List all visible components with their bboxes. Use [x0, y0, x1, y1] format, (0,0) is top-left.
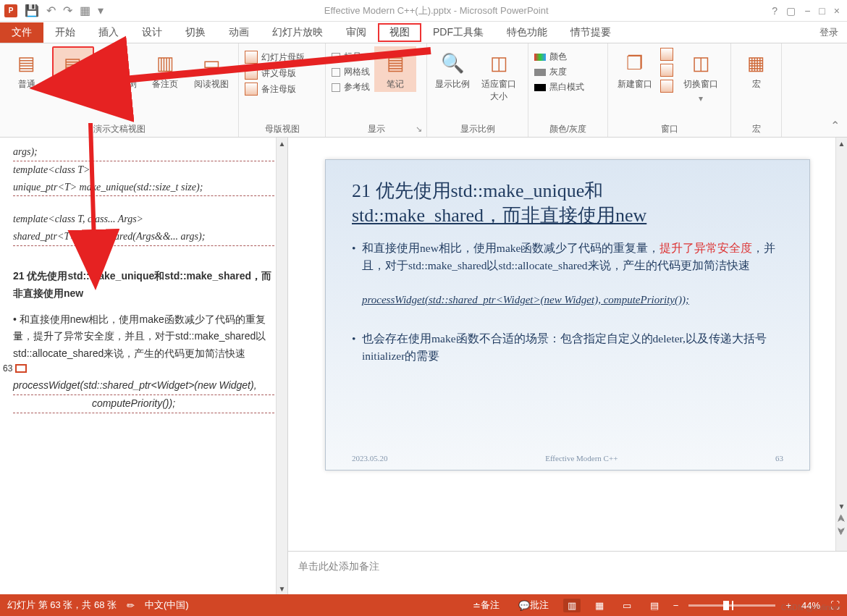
tab-insert[interactable]: 插入: [87, 23, 130, 42]
status-bar: 幻灯片 第 63 张，共 68 张 ✏ 中文(中国) ≐ 备注 💬 批注 ▥ ▦…: [0, 594, 847, 616]
quick-access-toolbar: P 💾 ↶ ↷ ▦ ▾: [0, 4, 108, 17]
color-button[interactable]: 颜色: [534, 51, 584, 63]
notes-master-button[interactable]: 备注母版: [245, 83, 305, 96]
qat-menu-icon[interactable]: ▾: [98, 4, 104, 17]
tab-transition[interactable]: 切换: [174, 23, 217, 42]
undo-icon[interactable]: ↶: [46, 4, 56, 17]
ribbon: ▤普通 ▤大纲视图 ▦幻灯片浏览 ▥备注页 ▭阅读视图 演示文稿视图 幻灯片母版…: [0, 43, 847, 138]
slideshow-view-icon[interactable]: ▤: [646, 599, 663, 612]
tab-file[interactable]: 文件: [0, 22, 43, 43]
outline-code: computePriority());: [13, 395, 274, 413]
arrange-all-icon[interactable]: [660, 48, 673, 61]
slide-bullet-1: 和直接使用new相比，使用make函数减少了代码的重复量，提升了异常安全度，并且…: [352, 240, 783, 274]
help-icon[interactable]: ?: [772, 5, 778, 17]
slide-counter: 幻灯片 第 63 张，共 68 张: [7, 599, 117, 612]
notes-toggle[interactable]: ≐ 备注: [468, 597, 504, 613]
outline-text: args);: [13, 143, 274, 161]
tab-featured[interactable]: 特色功能: [495, 23, 559, 42]
language-indicator[interactable]: 中文(中国): [145, 599, 189, 612]
spellcheck-icon[interactable]: ✏: [127, 600, 135, 611]
redo-icon[interactable]: ↷: [63, 4, 72, 17]
outline-scrollbar[interactable]: ▲ ▼: [276, 138, 287, 594]
outline-text: unique_ptr<T> make_unique(std::size_t si…: [13, 179, 274, 197]
handout-master-button[interactable]: 讲义母版: [245, 67, 305, 80]
ruler-checkbox[interactable]: 标尺: [332, 51, 370, 63]
login-link[interactable]: 登录: [819, 26, 847, 39]
group-color-grayscale: 颜色 灰度 黑白模式 颜色/灰度: [528, 43, 608, 137]
zoom-slider[interactable]: [688, 604, 775, 607]
slide-title: 21 优先使用std::make_unique和 std::make_share…: [352, 179, 783, 228]
tab-design[interactable]: 设计: [130, 23, 174, 42]
outline-pane[interactable]: args); template<class T> unique_ptr<T> m…: [0, 138, 288, 594]
new-window-button[interactable]: ❐新建窗口: [614, 46, 656, 92]
zoom-button[interactable]: 🔍显示比例: [433, 46, 471, 92]
group-label-master: 母版视图: [245, 120, 319, 135]
slide-code: processWidget(std::shared_ptr<Widget>(ne…: [352, 292, 783, 308]
slide-scrollbar[interactable]: ▲ ▼ ⮝ ⮟: [835, 138, 847, 551]
title-bar: P 💾 ↶ ↷ ▦ ▾ Effective Modern C++(上).pptx…: [0, 0, 847, 22]
grayscale-button[interactable]: 灰度: [534, 66, 584, 78]
gridlines-checkbox[interactable]: 网格线: [332, 66, 370, 78]
next-slide-icon[interactable]: ⮟: [837, 526, 846, 536]
outline-code: processWidget(std::shared_ptr<Widget>(ne…: [13, 377, 274, 395]
normal-view-icon[interactable]: ▥: [563, 599, 581, 612]
outline-bullet: • 和直接使用new相比，使用make函数减少了代码的重复量，提升了异常安全度，…: [13, 311, 274, 363]
slide-area: 21 优先使用std::make_unique和 std::make_share…: [288, 138, 847, 594]
tab-review[interactable]: 审阅: [334, 23, 378, 42]
group-label-zoom: 显示比例: [433, 120, 522, 135]
slideshow-icon[interactable]: ▦: [80, 4, 90, 17]
tab-animation[interactable]: 动画: [217, 23, 261, 42]
slide-bullet-2: 也会存在使用make函数不合适的场景：包含指定自定义的deleter,以及传递大…: [352, 330, 783, 365]
ribbon-options-icon[interactable]: ▢: [786, 5, 796, 17]
guides-checkbox[interactable]: 参考线: [332, 81, 370, 93]
comments-toggle[interactable]: 💬 批注: [514, 597, 553, 613]
slide-sorter-button[interactable]: ▦幻灯片浏览: [98, 46, 140, 104]
macros-button[interactable]: ▦宏: [737, 46, 775, 92]
close-icon[interactable]: ×: [834, 5, 840, 17]
scroll-down-icon[interactable]: ▼: [836, 500, 847, 512]
reading-view-button[interactable]: ▭阅读视图: [190, 46, 232, 92]
scroll-up-icon[interactable]: ▲: [277, 138, 287, 149]
group-label-window: 窗口: [614, 120, 725, 135]
cascade-icon[interactable]: [660, 64, 673, 77]
reading-view-icon[interactable]: ▭: [618, 599, 636, 612]
scroll-down-icon[interactable]: ▼: [277, 583, 287, 594]
slide-canvas[interactable]: 21 优先使用std::make_unique和 std::make_share…: [288, 138, 847, 551]
workspace: args); template<class T> unique_ptr<T> m…: [0, 138, 847, 594]
minimize-icon[interactable]: −: [804, 5, 810, 17]
prev-slide-icon[interactable]: ⮝: [837, 513, 846, 523]
save-icon[interactable]: 💾: [25, 4, 39, 17]
move-split-icon[interactable]: [660, 80, 673, 93]
group-label-views: 演示文稿视图: [6, 120, 232, 135]
zoom-out-icon[interactable]: −: [673, 600, 679, 611]
group-zoom: 🔍显示比例 ◫适应窗口大小 显示比例: [427, 43, 528, 137]
collapse-ribbon-icon[interactable]: ⌃: [830, 119, 840, 132]
outline-text: shared_ptr<T> make_shared(Args&&... args…: [13, 228, 274, 246]
sorter-view-icon[interactable]: ▦: [591, 599, 608, 612]
outline-view-button[interactable]: ▤大纲视图: [52, 46, 94, 95]
tab-view[interactable]: 视图: [378, 23, 421, 42]
window-controls: ? ▢ − □ ×: [764, 5, 847, 17]
tab-home[interactable]: 开始: [43, 23, 87, 42]
normal-view-button[interactable]: ▤普通: [6, 46, 48, 92]
notes-button[interactable]: ▤笔记: [374, 46, 416, 92]
group-window: ❐新建窗口 ◫切换窗口▾ 窗口: [608, 43, 731, 137]
notes-pane[interactable]: 单击此处添加备注: [288, 551, 847, 594]
slide-master-button[interactable]: 幻灯片母版: [245, 51, 305, 64]
slide-footer: 2023.05.20 Effective Modern C++ 63: [352, 454, 783, 463]
fit-window-button[interactable]: ◫适应窗口大小: [476, 46, 522, 104]
tab-slideshow[interactable]: 幻灯片放映: [261, 23, 334, 42]
tab-pdftools[interactable]: PDF工具集: [421, 23, 495, 42]
switch-window-button[interactable]: ◫切换窗口▾: [678, 46, 725, 105]
notes-page-button[interactable]: ▥备注页: [144, 46, 186, 92]
blackwhite-button[interactable]: 黑白模式: [534, 81, 584, 93]
group-master-views: 幻灯片母版 讲义母版 备注母版 母版视图: [239, 43, 326, 137]
scroll-up-icon[interactable]: ▲: [836, 138, 847, 149]
group-presentation-views: ▤普通 ▤大纲视图 ▦幻灯片浏览 ▥备注页 ▭阅读视图 演示文稿视图: [0, 43, 239, 137]
tab-storyboard[interactable]: 情节提要: [559, 23, 623, 42]
slide-marker-icon: [15, 364, 27, 373]
group-macros: ▦宏 宏: [731, 43, 782, 137]
maximize-icon[interactable]: □: [819, 5, 825, 17]
outline-slide-heading: 21 优先使用std::make_unique和std::make_shared…: [13, 268, 274, 303]
dialog-launcher-icon[interactable]: ↘: [416, 125, 422, 134]
